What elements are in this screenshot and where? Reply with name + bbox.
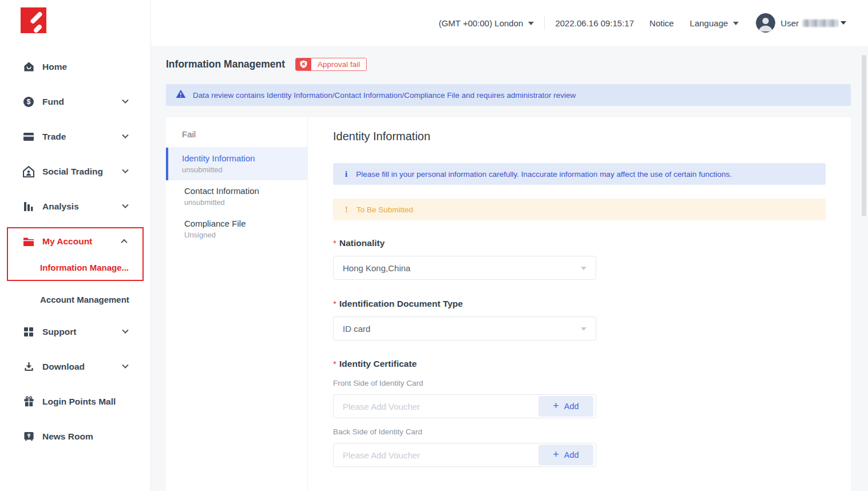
app-logo[interactable] — [21, 7, 46, 33]
add-back-voucher-button[interactable]: + Add — [538, 445, 593, 465]
chevron-down-icon — [122, 201, 128, 208]
scrollbar-thumb[interactable] — [862, 55, 866, 216]
notice-button[interactable]: Notice — [649, 18, 674, 28]
logo-slash-icon — [33, 24, 43, 33]
sidebar-item-label: Trade — [42, 132, 66, 142]
nationality-label: *Nationality — [333, 238, 826, 248]
add-button-label: Add — [564, 402, 579, 411]
sidebar-item-label: Fund — [42, 97, 64, 107]
sidebar-menu: Home $ Fund Trade Social Tr — [0, 49, 150, 454]
caret-down-icon — [528, 22, 534, 25]
gift-icon — [23, 396, 34, 407]
warning-note-text: To Be Submitted — [356, 205, 413, 214]
home-icon — [23, 61, 34, 73]
sidebar: Home $ Fund Trade Social Tr — [0, 0, 151, 491]
sidebar-item-label: Social Trading — [42, 167, 103, 177]
plus-icon: + — [553, 401, 559, 411]
chevron-down-icon — [122, 327, 128, 333]
sidebar-item-label: My Account — [42, 236, 92, 247]
folder-icon — [23, 236, 34, 247]
doc-type-value: ID card — [343, 324, 370, 334]
subnav-group-label: Fail — [166, 117, 307, 148]
user-label: User — [780, 18, 799, 28]
user-menu[interactable]: User — [756, 13, 846, 33]
required-marker: * — [333, 299, 339, 308]
analysis-icon — [23, 201, 34, 212]
subnav-item-status: Unsigned — [184, 231, 302, 239]
sidebar-item-social-trading[interactable]: Social Trading — [0, 154, 150, 189]
review-banner-text: Data review contains Identity Informatio… — [193, 91, 576, 100]
social-trading-icon — [23, 166, 34, 177]
status-badge-label: Approval fail — [311, 58, 366, 70]
scrollbar[interactable] — [862, 48, 866, 489]
sidebar-item-fund[interactable]: $ Fund — [0, 84, 150, 119]
sidebar-item-label: News Room — [42, 431, 93, 442]
sidebar-item-analysis[interactable]: Analysis — [0, 189, 150, 224]
sidebar-item-news-room[interactable]: News Room — [0, 419, 150, 454]
subnav-item-compliance-file[interactable]: Compliance File Unsigned — [166, 213, 307, 246]
back-side-label: Back Side of Identity Card — [333, 427, 826, 436]
divider — [544, 17, 545, 29]
sidebar-item-label: Login Points Mall — [42, 397, 116, 407]
info-note: i Please fill in your personal informati… — [333, 163, 826, 185]
add-front-voucher-button[interactable]: + Add — [538, 396, 593, 417]
sidebar-item-label: Account Management — [40, 295, 129, 304]
content-area: (GMT +00:00) London 2022.06.16 09:15:17 … — [151, 0, 868, 491]
subnav-item-identity-information[interactable]: Identity Information unsubmitted — [166, 148, 307, 180]
sidebar-item-label: Home — [42, 62, 67, 72]
logo-slash-icon — [30, 11, 43, 24]
user-id-redacted — [803, 19, 838, 27]
subnav-item-contact-information[interactable]: Contact Information unsubmitted — [166, 180, 307, 213]
warning-note: ! To Be Submitted — [333, 199, 826, 220]
chevron-down-icon — [122, 167, 128, 173]
language-selector[interactable]: Language — [690, 18, 739, 28]
front-side-label: Front Side of Identity Card — [333, 379, 826, 387]
main-panel: Fail Identity Information unsubmitted Co… — [166, 117, 851, 491]
page-title: Information Management — [166, 58, 285, 70]
sidebar-item-trade[interactable]: Trade — [0, 119, 150, 154]
exclamation-icon: ! — [345, 205, 348, 215]
nationality-value: Hong Kong,China — [343, 263, 410, 273]
info-note-text: Please fill in your personal information… — [356, 170, 732, 179]
trade-icon — [23, 131, 34, 142]
top-bar: (GMT +00:00) London 2022.06.16 09:15:17 … — [151, 0, 868, 46]
title-row: Information Management Approval fail — [166, 57, 851, 72]
back-voucher-field: + Add — [333, 443, 596, 467]
back-voucher-input[interactable] — [334, 450, 538, 460]
sidebar-item-download[interactable]: Download — [0, 349, 150, 384]
sidebar-item-login-points-mall[interactable]: Login Points Mall — [0, 384, 150, 419]
timezone-label: (GMT +00:00) London — [439, 18, 524, 28]
warning-triangle-icon — [176, 89, 186, 101]
required-marker: * — [333, 359, 339, 369]
shield-x-icon — [296, 58, 311, 70]
server-clock: 2022.06.16 09:15:17 — [555, 18, 634, 28]
support-icon — [23, 326, 34, 338]
sidebar-item-support[interactable]: Support — [0, 314, 150, 349]
doc-type-label: *Identification Document Type — [333, 299, 826, 309]
page-body: Information Management Approval fail Dat… — [151, 46, 868, 491]
fund-icon: $ — [23, 96, 34, 108]
caret-down-icon — [581, 267, 586, 270]
form-heading: Identity Information — [333, 130, 826, 143]
caret-down-icon — [733, 22, 739, 25]
nationality-select[interactable]: Hong Kong,China — [333, 256, 596, 280]
language-label: Language — [690, 18, 728, 28]
chevron-down-icon — [122, 362, 128, 368]
news-icon — [23, 431, 34, 442]
front-voucher-input[interactable] — [334, 402, 538, 411]
sidebar-item-information-management[interactable]: Information Manage... — [8, 255, 142, 280]
subnav-item-title: Contact Information — [184, 186, 302, 196]
form-subnav: Fail Identity Information unsubmitted Co… — [166, 117, 308, 491]
timezone-selector[interactable]: (GMT +00:00) London — [439, 18, 534, 28]
sidebar-item-account-management[interactable]: Account Management — [0, 284, 150, 314]
info-icon: i — [345, 169, 347, 179]
doc-type-select[interactable]: ID card — [333, 316, 596, 340]
review-banner: Data review contains Identity Informatio… — [166, 84, 851, 106]
chevron-down-icon — [122, 97, 128, 103]
caret-down-icon — [841, 21, 846, 25]
front-voucher-field: + Add — [333, 394, 596, 418]
sidebar-item-my-account[interactable]: My Account — [8, 228, 142, 255]
my-account-highlight-box: My Account Information Manage... — [7, 227, 144, 281]
status-badge: Approval fail — [295, 58, 367, 71]
sidebar-item-home[interactable]: Home — [0, 49, 150, 84]
